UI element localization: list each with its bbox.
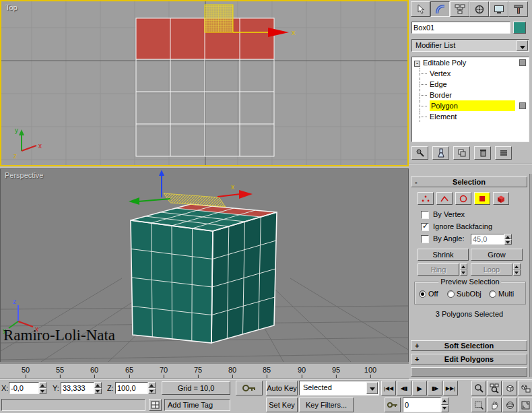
tab-create[interactable] [411,1,430,17]
next-frame-button[interactable]: ▮▶ [428,381,442,395]
key-mode-toggle-button[interactable] [385,398,401,412]
by-angle-spinner[interactable] [504,234,512,245]
border-mode-button[interactable] [455,192,471,205]
top-view-canvas[interactable]: x y x z [1,1,407,165]
set-key-button[interactable]: Set Key [266,398,298,412]
tab-motion[interactable] [469,1,489,17]
tab-modify[interactable] [430,1,450,17]
preview-subobj-radio[interactable]: SubObj [447,290,481,298]
cubes-icon [521,383,531,393]
y-coordinate-input[interactable] [61,382,94,394]
zoom-region-button[interactable] [471,398,486,412]
go-to-start-button[interactable]: |◀◀ [381,381,396,395]
by-vertex-checkbox[interactable] [421,211,429,219]
chevron-down-icon[interactable] [517,40,528,51]
stack-item-vertex[interactable]: Vertex [412,68,529,79]
loop-button[interactable]: Loop [471,263,512,276]
vertex-mode-button[interactable] [418,192,434,205]
x-coordinate-input[interactable] [9,382,39,394]
box-top-view[interactable] [136,18,274,156]
rollout-selection[interactable]: - Selection [411,177,527,187]
gizmo-plane-handle[interactable] [164,193,226,207]
zoom-button[interactable] [471,381,486,395]
configure-modifier-sets-button[interactable] [495,146,512,160]
chevron-down-icon[interactable] [366,382,378,394]
by-angle-input[interactable] [471,234,504,245]
gizmo-y-arrow[interactable] [129,197,139,205]
gizmo-plane-handle[interactable] [205,5,233,32]
play-button[interactable]: ▶ [412,381,427,395]
gizmo-x-arrow[interactable] [239,190,253,199]
modifier-stack[interactable]: -Editable Poly Vertex Edge Border Polygo… [411,57,529,142]
move-gizmo-perspective[interactable]: x [129,170,253,207]
zoom-all-button[interactable] [487,381,502,395]
element-mode-button[interactable] [493,192,509,205]
stack-item-element[interactable]: Element [412,111,529,122]
previous-frame-button[interactable]: ◀▮ [397,381,411,395]
object-color-swatch[interactable] [513,22,526,34]
preview-multi-radio[interactable]: Multi [489,290,514,298]
edge-mode-button[interactable] [436,192,453,205]
show-end-result-button[interactable] [432,146,449,160]
set-keys-button[interactable] [236,381,263,395]
pan-button[interactable] [487,398,502,412]
go-to-end-button[interactable]: ▶▶| [443,381,458,395]
rollout-soft-selection[interactable]: + Soft Selection [411,340,527,351]
track-bar[interactable]: 50 55 60 65 70 75 80 85 90 95 100 [0,363,409,379]
make-unique-button[interactable] [453,146,470,160]
add-time-tag-field[interactable]: Add Time Tag [164,399,230,411]
box-perspective[interactable] [131,204,277,343]
auto-key-button[interactable]: Auto Key [266,381,298,395]
ring-spinner[interactable] [460,263,467,276]
radio-icon[interactable] [447,290,455,298]
time-tag-icon-button[interactable] [149,399,162,411]
preview-off-radio[interactable]: Off [419,290,438,298]
stack-item-polygon[interactable]: Polygon [412,100,529,111]
z-coordinate-input[interactable] [115,382,148,394]
y-spinner[interactable] [94,382,102,394]
z-spinner[interactable] [148,382,156,394]
rollout-edit-polygons[interactable]: + Edit Polygons [411,354,527,364]
zoom-extents-button[interactable] [502,381,517,395]
loop-spinner[interactable] [513,263,521,276]
min-max-toggle-button[interactable] [518,398,532,412]
panel-scrollbar[interactable] [529,174,532,377]
radio-icon[interactable] [419,290,426,298]
polygon-mode-button-active[interactable] [474,192,490,205]
stack-item-border[interactable]: Border [412,90,529,100]
viewport-top[interactable]: x y x z Top [0,0,409,166]
gizmo-x-arrow[interactable] [268,28,289,37]
arc-rotate-button[interactable] [502,398,517,412]
rollout-partial[interactable] [411,367,527,377]
modifier-toggle-icon[interactable] [519,59,526,66]
collapse-icon[interactable]: - [414,61,420,67]
stack-root-row[interactable]: -Editable Poly [412,57,529,68]
loop-label: Loop [484,265,500,274]
ignore-backfacing-checkbox[interactable] [421,223,429,231]
zoom-extents-all-button[interactable] [518,381,532,395]
timeline-tick: 50 [22,366,30,374]
viewport-perspective[interactable]: x z x y Perspective Ramiro-Loli-Nata [0,168,409,362]
ring-button[interactable]: Ring [418,263,459,276]
shrink-button[interactable]: Shrink [418,249,469,261]
current-frame-input[interactable] [403,398,441,412]
selection-set-dropdown[interactable]: Selected [299,381,379,395]
modifier-list-dropdown[interactable]: Modifier List [411,39,529,52]
remove-modifier-button[interactable] [474,146,491,160]
by-angle-checkbox[interactable] [421,235,429,243]
frame-spinner[interactable] [441,398,448,412]
gizmo-z-arrow[interactable] [159,170,164,176]
trash-icon [478,148,488,158]
tab-hierarchy[interactable] [450,1,469,17]
modifier-toggle-icon[interactable] [519,102,526,109]
radio-icon[interactable] [489,290,496,298]
tab-display[interactable] [489,1,508,17]
key-filters-button[interactable]: Key Filters... [299,398,354,412]
grid-setting-button[interactable]: Grid = 10,0 [162,381,230,395]
x-spinner[interactable] [39,382,46,394]
pin-stack-button[interactable] [411,146,428,160]
stack-item-edge[interactable]: Edge [412,79,529,90]
tab-utilities[interactable] [508,1,528,17]
grow-button[interactable]: Grow [471,249,523,261]
object-name-input[interactable] [411,22,510,34]
